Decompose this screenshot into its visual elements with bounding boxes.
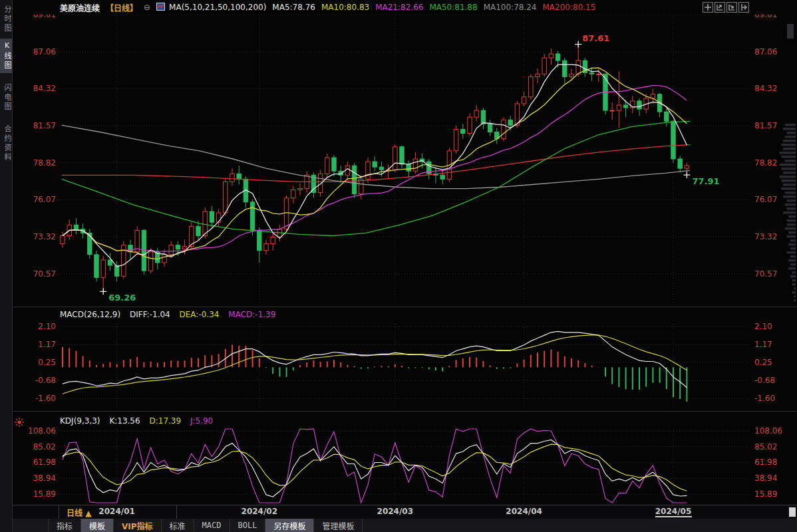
month-gridlines — [117, 15, 673, 303]
svg-text:1.17: 1.17 — [38, 340, 56, 349]
svg-text:78.82: 78.82 — [754, 158, 777, 168]
axis-cell-border — [176, 505, 177, 519]
svg-text:77.91: 77.91 — [692, 176, 719, 186]
svg-text:108.06: 108.06 — [28, 426, 56, 436]
svg-text:89.81: 89.81 — [33, 15, 56, 19]
ma5-value: MA5:78.76 — [272, 3, 315, 12]
shift-right-icon[interactable] — [738, 2, 749, 13]
svg-text:87.06: 87.06 — [33, 47, 56, 57]
date-label: 2024/03 — [369, 507, 422, 516]
svg-text:84.32: 84.32 — [33, 84, 56, 93]
kdj-lines — [63, 429, 687, 503]
main-kline-canvas[interactable]: 89.8189.8187.0687.0684.3284.3281.5781.57… — [0, 15, 797, 307]
svg-text:38.94: 38.94 — [33, 473, 56, 483]
svg-text:0.25: 0.25 — [38, 358, 56, 367]
tab-manage-template[interactable]: 管理模板 — [314, 519, 363, 532]
date-label: 2024/02 — [233, 507, 286, 516]
date-label: 2024/05 — [647, 507, 700, 516]
svg-text:76.07: 76.07 — [33, 195, 56, 204]
macd-lines — [63, 331, 687, 394]
indicator-settings-icon[interactable] — [15, 417, 24, 430]
sidebar-item-contract-info[interactable]: 合约资料 — [0, 122, 12, 165]
tab-indicators[interactable]: 指标 — [48, 519, 81, 532]
tab-standard[interactable]: 标准 — [162, 519, 194, 532]
d-value: D:17.39 — [149, 416, 181, 426]
svg-text:84.32: 84.32 — [754, 84, 777, 93]
svg-text:70.57: 70.57 — [33, 269, 56, 279]
svg-text:85.02: 85.02 — [33, 442, 56, 452]
svg-text:76.07: 76.07 — [754, 195, 777, 204]
svg-text:-0.68: -0.68 — [754, 376, 775, 385]
sidebar-item-kline-chart[interactable]: K线图 — [0, 39, 12, 73]
k-value: K:13.56 — [109, 416, 140, 426]
tab-templates[interactable]: 模板 — [81, 519, 114, 532]
macd-histogram — [63, 344, 687, 402]
ma50-value: MA50:81.88 — [429, 3, 477, 12]
svg-text:73.32: 73.32 — [754, 232, 777, 241]
sidebar-item-time-chart[interactable]: 分时图 — [0, 3, 12, 36]
j-value: J:5.90 — [190, 416, 213, 426]
tab-vip-indicators[interactable]: VIP指标 — [114, 519, 162, 532]
date-label: 2024/04 — [498, 507, 551, 516]
period-text: 日线 — [67, 509, 82, 518]
svg-text:78.82: 78.82 — [33, 158, 56, 168]
period-selector[interactable]: 日线 ▲ — [67, 507, 91, 518]
trading-app-window: 分时图 K线图 闪电图 合约资料 美原油连续 【日线】 ⊖ MA(5,10,21… — [0, 0, 797, 532]
crosshair-tool-icon[interactable] — [703, 2, 713, 13]
ma21-value: MA21:82.66 — [375, 3, 423, 12]
grid-and-axis: 2.102.101.171.170.250.25-0.68-0.68-1.60-… — [35, 322, 775, 403]
svg-text:-1.60: -1.60 — [35, 394, 56, 403]
scroll-indicator[interactable] — [655, 516, 692, 517]
kdj-header: KDJ(9,3,3) K:13.56 D:17.39 J:5.90 — [60, 416, 220, 426]
svg-text:15.89: 15.89 — [33, 489, 56, 499]
tab-save-template[interactable]: 另存模板 — [265, 519, 314, 532]
svg-text:81.57: 81.57 — [33, 121, 56, 130]
candles-layer — [61, 45, 689, 292]
svg-text:61.98: 61.98 — [33, 458, 56, 467]
svg-text:-1.60: -1.60 — [754, 394, 775, 403]
symbol-name: 美原油连续 — [60, 2, 100, 13]
kdj-title: KDJ(9,3,3) — [60, 416, 100, 426]
svg-text:81.57: 81.57 — [754, 121, 777, 130]
minus-circle-icon[interactable]: ⊖ — [144, 3, 150, 12]
macd-canvas[interactable]: 2.102.101.171.170.250.25-0.68-0.68-1.60-… — [0, 307, 797, 411]
svg-text:0.25: 0.25 — [754, 358, 772, 367]
svg-text:70.57: 70.57 — [754, 269, 777, 279]
svg-text:2.10: 2.10 — [754, 322, 772, 331]
svg-text:15.89: 15.89 — [754, 489, 777, 499]
svg-text:108.06: 108.06 — [754, 426, 782, 436]
macd-value: MACD:-1.39 — [228, 310, 275, 319]
kdj-canvas[interactable]: 108.06108.0685.0285.0261.9861.9838.9438.… — [0, 412, 797, 505]
axis-cell-border — [59, 505, 59, 519]
tab-macd[interactable]: MACD — [194, 519, 230, 532]
svg-text:2.10: 2.10 — [38, 322, 56, 331]
svg-text:1.17: 1.17 — [754, 340, 772, 349]
indicator-chart-icon[interactable] — [156, 3, 165, 13]
svg-text:85.02: 85.02 — [754, 442, 777, 452]
right-scrollbar-thumb — [787, 24, 794, 39]
zoom-in-range-icon[interactable] — [726, 2, 737, 13]
date-label: 2024/01 — [90, 507, 144, 516]
svg-text:89.81: 89.81 — [754, 15, 777, 19]
grid-and-axis: 108.06108.0685.0285.0261.9861.9838.9438.… — [28, 426, 782, 499]
chart-toolbar — [703, 2, 749, 13]
svg-text:87.61: 87.61 — [582, 33, 609, 43]
ma100-value: MA100:78.24 — [484, 3, 537, 12]
dea-value: DEA:-0.34 — [180, 310, 220, 319]
volume-profile — [780, 124, 796, 302]
time-axis-bar: 日线 ▲ 2024/012024/022024/032024/042024/05 — [12, 505, 797, 519]
svg-text:69.26: 69.26 — [108, 293, 136, 303]
svg-text:-0.68: -0.68 — [35, 376, 56, 385]
tab-boll[interactable]: BOLL — [230, 519, 266, 532]
svg-text:73.32: 73.32 — [33, 232, 56, 241]
period-label[interactable]: 【日线】 — [106, 2, 138, 13]
sidebar-item-lightning-chart[interactable]: 闪电图 — [0, 81, 12, 114]
macd-title: MACD(26,12,9) — [60, 310, 120, 319]
chart-header: 美原油连续 【日线】 ⊖ MA(5,10,21,50,100,200) MA5:… — [13, 0, 797, 15]
scroll-corner-button[interactable] — [789, 507, 796, 517]
zoom-out-range-icon[interactable] — [715, 2, 725, 13]
macd-header: MACD(26,12,9) DIFF:-1.04 DEA:-0.34 MACD:… — [60, 310, 282, 319]
svg-text:87.06: 87.06 — [754, 47, 777, 57]
ma200-value: MA200:80.15 — [543, 3, 596, 12]
svg-text:61.98: 61.98 — [754, 458, 777, 467]
